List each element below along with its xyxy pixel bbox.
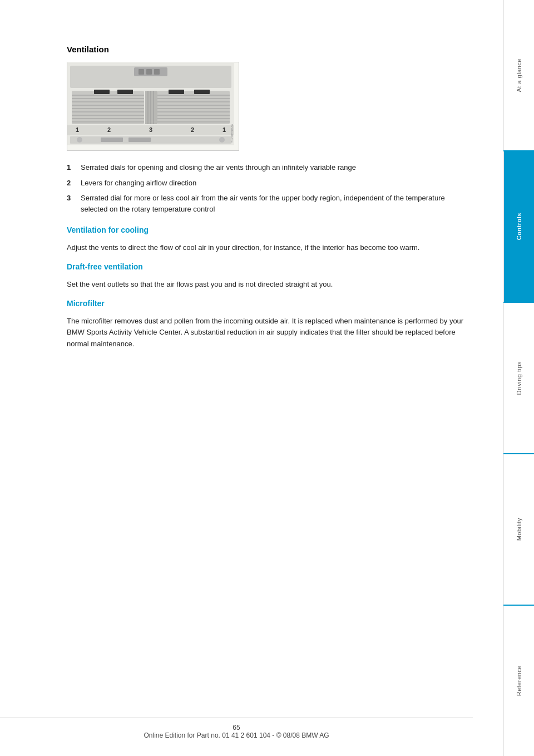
list-item: 1 Serrated dials for opening and closing… (67, 162, 470, 173)
page-number: 65 (0, 724, 473, 732)
cooling-body-text: Adjust the vents to direct the flow of c… (67, 242, 470, 253)
main-heading: Ventilation (67, 45, 470, 54)
list-item: 2 Levers for changing airflow direction (67, 178, 470, 189)
sidebar-section-reference[interactable]: Reference (503, 606, 534, 756)
list-item: 3 Serrated dial for more or less cool ai… (67, 193, 470, 214)
page-container: Ventilation (0, 0, 534, 756)
item-text: Serrated dial for more or less cool air … (81, 193, 470, 214)
draft-body-text: Set the vent outlets so that the air flo… (67, 279, 470, 290)
svg-text:1: 1 (76, 126, 79, 133)
item-number: 2 (67, 178, 78, 189)
microfilter-body-text: The microfilter removes dust and pollen … (67, 316, 470, 349)
vent-illustration: 1 2 3 2 1 W38sH02de (67, 62, 234, 146)
svg-rect-16 (94, 90, 110, 94)
sidebar-section-controls[interactable]: Controls (503, 151, 534, 302)
item-number: 1 (67, 162, 78, 173)
sidebar-section-mobility[interactable]: Mobility (503, 454, 534, 605)
main-content: Ventilation (0, 0, 503, 756)
page-footer: 65 Online Edition for Part no. 01 41 2 6… (0, 718, 473, 739)
svg-text:1: 1 (222, 126, 226, 133)
sidebar-label-reference: Reference (516, 665, 522, 696)
svg-text:2: 2 (107, 126, 111, 133)
ventilation-diagram: 1 2 3 2 1 W38sH02de (67, 62, 239, 151)
subsection-heading-draft: Draft-free ventilation (67, 262, 470, 271)
sidebar-section-driving-tips[interactable]: Driving tips (503, 303, 534, 453)
svg-rect-17 (117, 90, 133, 94)
svg-text:W38sH02de: W38sH02de (230, 124, 234, 143)
svg-rect-18 (157, 91, 230, 124)
svg-rect-42 (101, 138, 123, 142)
sidebar-label-mobility: Mobility (516, 518, 522, 541)
svg-rect-3 (139, 69, 144, 75)
svg-rect-5 (154, 69, 160, 75)
right-sidebar: At a glance Controls Driving tips Mobili… (503, 0, 534, 756)
sidebar-label-driving-tips: Driving tips (516, 361, 522, 395)
sidebar-label-controls: Controls (516, 213, 522, 240)
item-number: 3 (67, 193, 78, 214)
svg-rect-30 (145, 91, 157, 124)
item-text: Serrated dials for opening and closing t… (81, 162, 356, 173)
subsection-heading-cooling: Ventilation for cooling (67, 225, 470, 234)
svg-rect-6 (72, 91, 144, 124)
subsection-heading-microfilter: Microfilter (67, 299, 470, 308)
svg-rect-29 (194, 90, 210, 94)
sidebar-section-at-a-glance[interactable]: At a glance (503, 0, 534, 150)
svg-rect-4 (146, 69, 152, 75)
numbered-list: 1 Serrated dials for opening and closing… (67, 162, 470, 214)
item-text: Levers for changing airflow direction (81, 178, 196, 189)
svg-rect-28 (169, 90, 184, 94)
svg-text:2: 2 (191, 126, 194, 133)
svg-rect-43 (128, 138, 151, 142)
footer-text: Online Edition for Part no. 01 41 2 601 … (0, 732, 473, 739)
svg-point-44 (219, 137, 225, 143)
svg-text:3: 3 (149, 126, 152, 133)
svg-point-41 (77, 137, 82, 143)
sidebar-label-at-a-glance: At a glance (516, 58, 522, 92)
